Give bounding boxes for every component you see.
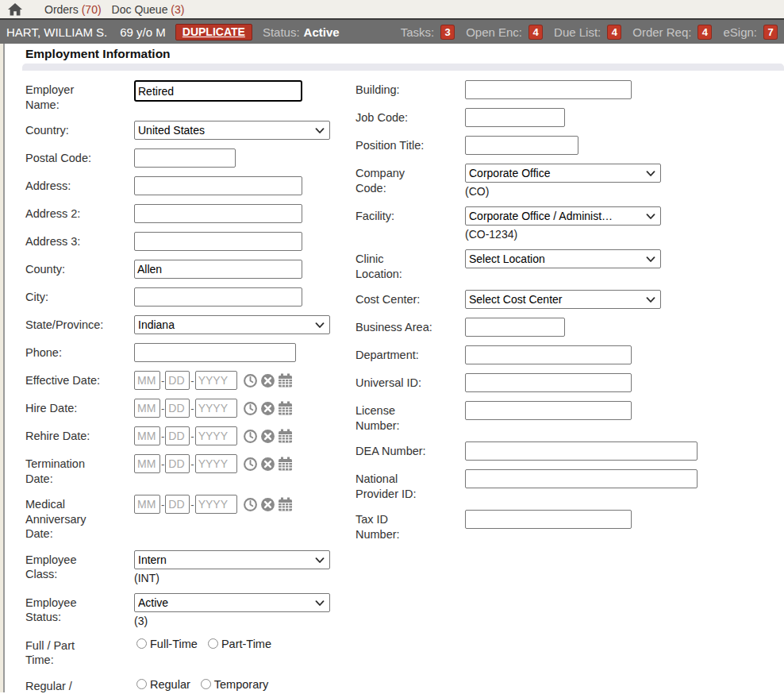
universal-id-field [465, 373, 784, 392]
rehire-date-mm-input[interactable] [134, 426, 160, 445]
count-badge[interactable]: 4 [528, 25, 543, 40]
address-2-label: Address 2: [25, 204, 134, 222]
address-3-input[interactable] [134, 232, 302, 251]
termination-date-dd-input[interactable] [165, 454, 190, 473]
employee-status-select[interactable]: Active [134, 593, 330, 612]
clock-icon[interactable] [243, 457, 258, 472]
hire-date-yyyy-input[interactable] [195, 399, 237, 418]
calendar-icon[interactable] [278, 457, 293, 471]
position-title-label: Position Title: [355, 136, 465, 153]
medical-anniversary-date-dd-input[interactable] [165, 495, 190, 514]
regular-temporary-option-temporary[interactable]: Temporary [201, 678, 269, 691]
employer-name-input[interactable] [134, 80, 302, 102]
company-code-select[interactable]: Corporate Office [465, 164, 661, 183]
company-code-code-note: (CO) [465, 185, 784, 198]
date-separator: - [190, 430, 194, 442]
full-part-time-option-part-time[interactable]: Part-Time [208, 638, 271, 650]
radio-button-unchecked[interactable] [136, 679, 147, 689]
company-code-label: Company Code: [355, 164, 465, 195]
state-province-select[interactable]: Indiana [134, 315, 330, 334]
medical-anniversary-date-inputs: -- [134, 495, 355, 514]
date-separator: - [161, 499, 164, 511]
regular-temporary-field: RegularTemporary [134, 677, 355, 691]
calendar-icon[interactable] [278, 401, 293, 415]
business-area-input[interactable] [465, 318, 565, 337]
regular-temporary-option-regular[interactable]: Regular [136, 678, 190, 691]
calendar-icon[interactable] [278, 373, 293, 387]
radio-button-unchecked[interactable] [136, 638, 147, 649]
count-badge[interactable]: 3 [440, 25, 455, 40]
patient-badges: Tasks:3Open Enc:4Due List:4Order Req:4eS… [401, 25, 778, 40]
address-2-input[interactable] [134, 204, 302, 223]
full-part-time-field: Full-TimePart-Time [134, 636, 355, 650]
radio-button-unchecked[interactable] [201, 679, 211, 689]
field-row-building: Building: [355, 80, 784, 99]
duplicate-badge[interactable]: DUPLICATE [175, 24, 252, 40]
clear-icon[interactable] [260, 401, 275, 416]
rehire-date-dd-input[interactable] [165, 426, 190, 445]
postal-code-input[interactable] [134, 148, 236, 168]
full-part-time-option-full-time[interactable]: Full-Time [136, 638, 198, 650]
rehire-date-yyyy-input[interactable] [195, 426, 237, 445]
tax-id-number-input[interactable] [465, 510, 632, 529]
department-input[interactable] [465, 345, 632, 364]
calendar-icon[interactable] [278, 497, 293, 511]
home-icon[interactable] [8, 3, 22, 16]
effective-date-dd-input[interactable] [165, 371, 190, 390]
hire-date-mm-input[interactable] [134, 399, 160, 418]
facility-select[interactable]: Corporate Office / Administ… [465, 206, 661, 226]
effective-date-mm-input[interactable] [134, 371, 160, 390]
license-number-input[interactable] [465, 401, 632, 420]
building-input[interactable] [465, 80, 632, 99]
universal-id-input[interactable] [465, 373, 632, 392]
medical-anniversary-date-yyyy-input[interactable] [195, 495, 237, 514]
medical-anniversary-date-mm-input[interactable] [134, 495, 160, 514]
badge-label: Tasks: [401, 25, 435, 39]
clear-icon[interactable] [260, 429, 275, 444]
job-code-input[interactable] [465, 108, 565, 127]
county-input[interactable] [134, 260, 302, 279]
clear-icon[interactable] [260, 457, 275, 472]
phone-input[interactable] [134, 343, 296, 362]
dea-number-input[interactable] [465, 441, 698, 461]
county-field [134, 260, 355, 279]
termination-date-yyyy-input[interactable] [195, 454, 237, 473]
clock-icon[interactable] [243, 429, 258, 444]
field-row-employer-name: Employer Name: [25, 80, 355, 112]
clock-icon[interactable] [243, 401, 258, 416]
effective-date-yyyy-input[interactable] [195, 371, 237, 390]
count-badge[interactable]: 7 [763, 25, 778, 40]
position-title-input[interactable] [465, 136, 578, 155]
full-part-time-label: Full / Part Time: [25, 636, 134, 668]
national-provider-id-input[interactable] [465, 469, 698, 488]
building-field [465, 80, 784, 99]
dea-number-label: DEA Number: [355, 441, 465, 459]
clock-icon[interactable] [243, 497, 258, 512]
effective-date-label: Effective Date: [25, 371, 134, 388]
employee-class-select[interactable]: Intern [134, 550, 330, 569]
hire-date-dd-input[interactable] [165, 399, 190, 418]
nav-doc-queue[interactable]: Doc Queue (3) [112, 3, 185, 16]
clock-icon[interactable] [243, 373, 258, 388]
country-select[interactable]: United States [134, 121, 330, 140]
radio-option-label: Full-Time [150, 638, 198, 650]
badge-label: eSign: [723, 25, 757, 39]
termination-date-mm-input[interactable] [134, 454, 160, 473]
count-badge[interactable]: 4 [607, 25, 621, 40]
clear-icon[interactable] [260, 373, 275, 388]
clinic-location-select[interactable]: Select Location [465, 249, 661, 268]
job-code-label: Job Code: [355, 108, 465, 125]
city-input[interactable] [134, 287, 302, 307]
count-badge[interactable]: 4 [698, 25, 712, 40]
field-row-employee-status: Employee Status:Active(3) [25, 593, 355, 627]
date-separator: - [190, 458, 194, 470]
field-row-county: County: [25, 260, 355, 279]
postal-code-field [134, 148, 355, 168]
address-input[interactable] [134, 176, 302, 195]
address-field [134, 176, 355, 195]
calendar-icon[interactable] [278, 429, 293, 443]
nav-orders[interactable]: Orders (70) [44, 3, 102, 16]
radio-button-unchecked[interactable] [208, 638, 218, 649]
clear-icon[interactable] [260, 497, 275, 512]
cost-center-select[interactable]: Select Cost Center [465, 290, 661, 309]
